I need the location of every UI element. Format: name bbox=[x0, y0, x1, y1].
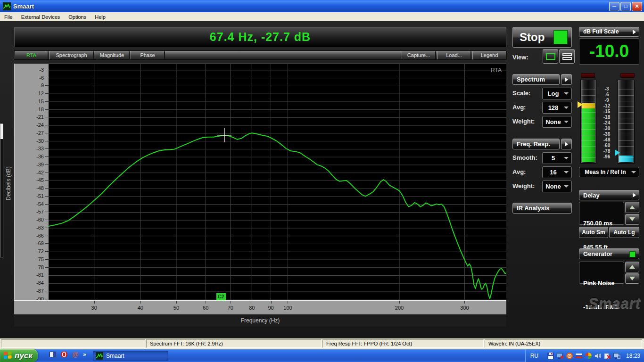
tab-load[interactable]: Load... bbox=[437, 51, 471, 59]
ir-analysis-button[interactable]: IR Analysis bbox=[512, 203, 572, 214]
quicklaunch-media-icon[interactable] bbox=[49, 351, 57, 358]
y-tick-label: -6 bbox=[15, 75, 44, 81]
tab-rta[interactable]: RTA bbox=[15, 51, 49, 59]
display-settings-icon[interactable] bbox=[556, 352, 564, 360]
taskbar-task-smaart[interactable]: Smaart bbox=[93, 351, 168, 361]
y-tick-mark bbox=[45, 251, 49, 252]
y-tick-label: -12 bbox=[15, 90, 44, 96]
spectrum-header-button[interactable]: Spectrum bbox=[512, 74, 560, 85]
meter-tick bbox=[619, 112, 634, 113]
tab-magnitude[interactable]: Magnitude bbox=[95, 51, 130, 59]
y-tick-label: -54 bbox=[15, 201, 44, 207]
freq-resp-avg-value: 16 bbox=[543, 169, 564, 176]
russian-flag-icon[interactable] bbox=[575, 352, 583, 360]
meter-scale-label: -9 bbox=[597, 98, 617, 103]
freq-resp-header-label: Freq. Resp. bbox=[517, 140, 550, 148]
pinwheel-app-icon[interactable] bbox=[585, 352, 592, 360]
spectrum-weight-value: None bbox=[543, 118, 564, 125]
y-tick-mark bbox=[45, 212, 49, 212]
menu-item-file[interactable]: File bbox=[0, 13, 17, 21]
y-tick-label: -60 bbox=[15, 217, 44, 222]
generator-increment-button[interactable] bbox=[625, 262, 639, 272]
chevron-down-icon bbox=[564, 157, 569, 159]
y-tick-label: -63 bbox=[15, 225, 44, 230]
volume-icon[interactable] bbox=[594, 352, 602, 360]
language-indicator[interactable]: RU bbox=[530, 353, 538, 359]
error-status-icon[interactable] bbox=[603, 352, 611, 360]
meter-tick bbox=[581, 135, 595, 135]
delay-decrement-button[interactable] bbox=[625, 214, 639, 225]
meter-tick bbox=[581, 101, 595, 101]
freq-resp-header-button[interactable]: Freq. Resp. bbox=[512, 139, 560, 149]
freq-resp-avg-dropdown[interactable]: 16 bbox=[542, 166, 572, 178]
generator-on-indicator bbox=[629, 251, 636, 257]
meter-tick bbox=[619, 101, 634, 101]
meter-scale-label: -12 bbox=[597, 104, 617, 108]
up-arrow-icon bbox=[629, 265, 635, 269]
split-pane-icon bbox=[562, 53, 572, 60]
db-full-scale-label: dB Full Scale bbox=[583, 27, 633, 37]
split-pane-view-button[interactable] bbox=[559, 49, 575, 64]
vertical-slider-thumb[interactable] bbox=[0, 124, 3, 139]
y-tick-mark bbox=[45, 117, 49, 117]
down-arrow-icon bbox=[629, 217, 635, 221]
arrow-right-icon bbox=[565, 77, 568, 82]
vertical-slider[interactable] bbox=[0, 123, 3, 257]
meter-input-selector-value: Meas In / Ref In bbox=[579, 169, 631, 175]
y-tick-mark bbox=[45, 228, 49, 228]
freq-resp-expand-button[interactable] bbox=[561, 139, 572, 149]
network-monitor-icon[interactable] bbox=[613, 352, 620, 360]
meter-tick bbox=[619, 146, 634, 147]
db-full-scale-button[interactable]: dB Full Scale bbox=[579, 27, 639, 37]
y-tick-label: -27 bbox=[15, 130, 44, 136]
delay-value-box[interactable]: 750.00 ms 845.55 ft bbox=[579, 202, 624, 225]
freq-resp-smooth-value: 5 bbox=[543, 155, 564, 162]
task-label: Smaart bbox=[106, 353, 124, 359]
meas-clip-indicator bbox=[581, 73, 595, 78]
quicklaunch-opera-icon[interactable] bbox=[60, 351, 68, 358]
generator-value-box[interactable]: Pink Noise -12 dB RMS bbox=[579, 262, 624, 284]
meter-scale-label: -24 bbox=[597, 121, 617, 125]
auto-large-label: Auto Lg bbox=[613, 229, 635, 236]
start-button[interactable]: пуск bbox=[0, 349, 38, 362]
freq-resp-weight-dropdown[interactable]: None bbox=[542, 181, 572, 192]
tab-legend[interactable]: Legend bbox=[472, 51, 507, 59]
generator-decrement-button[interactable] bbox=[625, 273, 639, 284]
meter-input-selector[interactable]: Meas In / Ref In bbox=[579, 167, 639, 177]
menu-item-help[interactable]: Help bbox=[91, 13, 110, 21]
rta-plot[interactable]: RTA C2 bbox=[49, 64, 506, 300]
spectrum-scale-dropdown[interactable]: Log bbox=[542, 88, 572, 99]
x-tick-mark bbox=[252, 301, 252, 304]
single-pane-view-button[interactable] bbox=[543, 49, 558, 64]
auto-small-button[interactable]: Auto Sm bbox=[579, 227, 608, 238]
meter-tick bbox=[619, 140, 634, 141]
maximize-button[interactable]: □ bbox=[620, 2, 631, 11]
freq-resp-smooth-dropdown[interactable]: 5 bbox=[542, 152, 572, 164]
stop-button[interactable]: Stop bbox=[512, 27, 572, 48]
meter-scale-label: -3 bbox=[597, 87, 617, 91]
delay-header-button[interactable]: Delay bbox=[579, 190, 639, 200]
quicklaunch-overflow-chevron[interactable]: » bbox=[83, 351, 86, 358]
taskbar: пуск @ » Smaart RU bbox=[0, 349, 644, 362]
spectrum-avg-dropdown[interactable]: 128 bbox=[542, 102, 572, 114]
tab-phase[interactable]: Phase bbox=[131, 51, 165, 59]
tab-capture[interactable]: Capture... bbox=[402, 51, 436, 59]
spectrum-header-label: Spectrum bbox=[517, 76, 545, 83]
auto-large-button[interactable]: Auto Lg bbox=[609, 227, 639, 238]
menu-item-external-devices[interactable]: External Devices bbox=[17, 13, 65, 21]
menu-item-options[interactable]: Options bbox=[64, 13, 91, 21]
quicklaunch-mail-icon[interactable]: @ bbox=[72, 351, 79, 358]
minimize-button[interactable]: ─ bbox=[609, 2, 619, 11]
freq-resp-weight-value: None bbox=[543, 183, 564, 190]
tab-spectrograph[interactable]: Spectrograph bbox=[50, 51, 94, 59]
close-button[interactable]: ✕ bbox=[632, 2, 642, 11]
delay-increment-button[interactable] bbox=[625, 202, 639, 213]
x-axis-title-bar: Frequency (Hz) bbox=[14, 314, 506, 327]
download-manager-icon[interactable] bbox=[566, 352, 573, 360]
meter-scale-label: -60 bbox=[597, 143, 617, 148]
spectrum-weight-dropdown[interactable]: None bbox=[542, 116, 572, 128]
spectrum-expand-button[interactable] bbox=[561, 74, 572, 85]
generator-header-button[interactable]: Generator bbox=[579, 248, 639, 259]
y-tick-mark bbox=[45, 275, 49, 275]
floppy-save-icon[interactable] bbox=[547, 352, 554, 360]
